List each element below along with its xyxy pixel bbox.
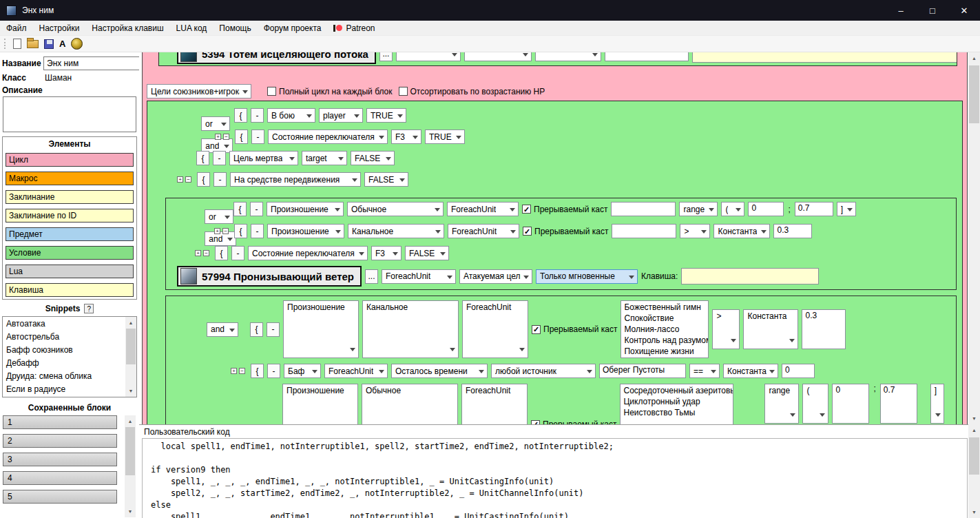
menu-lua-code[interactable]: LUA код: [170, 21, 213, 35]
brace-button[interactable]: {: [233, 202, 247, 216]
menu-help[interactable]: Помощь: [213, 21, 257, 35]
cast-filter-select[interactable]: Только мгновенные: [536, 269, 638, 284]
brace-button[interactable]: {: [196, 151, 209, 165]
brace-button[interactable]: {: [250, 322, 263, 337]
scrollbar-thumb[interactable]: [126, 329, 136, 364]
user-code-textbox[interactable]: local spell1, endTime1, notInterruptible…: [142, 438, 968, 518]
snippet-item[interactable]: Автострельба: [3, 331, 124, 344]
menu-forum[interactable]: Форум проекта: [258, 21, 328, 35]
remove-button[interactable]: -: [267, 322, 280, 337]
remove-button[interactable]: -: [213, 151, 226, 165]
bracket-close-select[interactable]: ]: [837, 202, 856, 216]
description-input[interactable]: [3, 96, 136, 132]
snippets-scrollbar[interactable]: ▲ ▼: [125, 317, 136, 397]
new-file-icon[interactable]: [13, 39, 21, 49]
bracket-open-select[interactable]: (: [802, 384, 828, 424]
element-cycle[interactable]: Цикл: [6, 153, 134, 167]
bracket-open-select[interactable]: (: [721, 202, 744, 216]
operator-select[interactable]: ==: [689, 364, 720, 378]
buff-name-input[interactable]: Оберег Пустоты: [599, 364, 686, 378]
key-input[interactable]: [681, 268, 819, 284]
remove-button[interactable]: -: [231, 246, 244, 260]
interruptible-checkbox[interactable]: ✓ Прерываемый каст: [531, 419, 616, 424]
unit-select[interactable]: player: [319, 108, 363, 123]
element-condition[interactable]: Условие: [6, 246, 134, 260]
key-input[interactable]: [692, 52, 957, 63]
unit-select[interactable]: ForeachUnit: [448, 224, 519, 238]
collapse-icon[interactable]: −: [222, 228, 229, 234]
tree-node[interactable]: +−: [215, 134, 231, 140]
spell-listbox[interactable]: Сосредоточенный азеритовый луч Циклотрон…: [620, 384, 733, 424]
spell-button[interactable]: 57994 Пронизывающий ветер: [177, 266, 362, 287]
snippets-help-button[interactable]: ?: [84, 304, 94, 313]
condition-type-select[interactable]: Произношение: [267, 202, 344, 216]
saved-block-1[interactable]: 1: [3, 415, 117, 429]
bracket-close-select[interactable]: ]: [930, 384, 944, 424]
constant-input[interactable]: 0: [782, 364, 815, 378]
interruptible-checkbox[interactable]: ✓ Прерываемый каст: [522, 205, 607, 214]
more-button[interactable]: ...: [379, 52, 393, 61]
constant-select[interactable]: Константа: [723, 364, 778, 378]
condition-type-select[interactable]: В бою: [267, 108, 315, 123]
scroll-up-icon[interactable]: ▲: [968, 424, 980, 436]
logic-and-select[interactable]: and: [207, 322, 238, 337]
font-a-button[interactable]: A: [59, 39, 65, 49]
constant-select[interactable]: Константа: [713, 224, 770, 238]
wow-icon[interactable]: [71, 38, 83, 50]
save-icon[interactable]: [44, 39, 54, 49]
unit-select[interactable]: ForeachUnit: [324, 364, 388, 378]
interruptible-checkbox[interactable]: ✓ Прерываемый каст: [523, 227, 608, 236]
menu-keybinds[interactable]: Настройка клавиш: [85, 21, 169, 35]
condition-type-select[interactable]: На средстве передвижения: [230, 172, 361, 187]
range-max-input[interactable]: 0.7: [880, 384, 917, 424]
value-input[interactable]: [611, 202, 676, 216]
close-button[interactable]: ✕: [948, 0, 980, 21]
compare-mode-select[interactable]: range: [679, 202, 718, 216]
collapse-icon[interactable]: −: [239, 368, 245, 374]
range-min-input[interactable]: 0: [748, 202, 784, 216]
condition-type-select[interactable]: Баф: [284, 364, 321, 378]
bool-select[interactable]: FALSE: [405, 246, 449, 260]
scroll-down-icon[interactable]: ▼: [125, 506, 136, 517]
maximize-button[interactable]: □: [917, 0, 948, 21]
remove-button[interactable]: -: [213, 172, 227, 187]
remove-button[interactable]: -: [251, 130, 264, 144]
scroll-up-icon[interactable]: ▲: [968, 52, 980, 64]
menu-patreon[interactable]: Patreon: [327, 21, 381, 35]
brace-button[interactable]: {: [234, 224, 247, 238]
saved-block-2[interactable]: 2: [3, 434, 117, 448]
unit-select[interactable]: target: [302, 151, 347, 165]
spell-button[interactable]: 5394 Тотем исцеляющего потока: [177, 52, 376, 64]
spell-list-item[interactable]: Неистовство Тьмы: [623, 407, 730, 418]
cast-kind-select[interactable]: Канальное: [362, 300, 459, 358]
snippet-item[interactable]: Бафф союзников: [3, 344, 124, 357]
collapse-icon[interactable]: −: [223, 134, 229, 140]
operator-select[interactable]: >: [680, 224, 710, 238]
expand-icon[interactable]: +: [231, 368, 237, 374]
scrollbar-thumb[interactable]: [969, 65, 979, 123]
remove-button[interactable]: -: [251, 108, 264, 123]
brace-button[interactable]: {: [197, 172, 210, 187]
compare-mode-select[interactable]: range: [764, 384, 799, 424]
saved-block-3[interactable]: 3: [3, 453, 117, 466]
menu-file[interactable]: Файл: [0, 21, 33, 35]
source-select[interactable]: любой источник: [491, 364, 596, 378]
condition-type-select[interactable]: Цель мертва: [229, 151, 298, 165]
saved-blocks-scrollbar[interactable]: ▲ ▼: [125, 415, 136, 517]
remove-button[interactable]: -: [250, 202, 263, 216]
cast-type-select[interactable]: [535, 52, 601, 61]
brace-button[interactable]: {: [215, 246, 228, 260]
snippet-item[interactable]: Автоатака: [3, 318, 124, 331]
condition-type-select[interactable]: Произношение: [282, 384, 358, 424]
minimize-button[interactable]: –: [885, 0, 917, 21]
tree-node[interactable]: +−: [177, 176, 194, 183]
collapse-icon[interactable]: −: [185, 176, 191, 183]
spell-listbox[interactable]: Божественный гимн Спокойствие Молния-лас…: [621, 300, 709, 358]
remove-button[interactable]: -: [251, 224, 264, 238]
bool-select[interactable]: FALSE: [364, 172, 408, 187]
scroll-up-icon[interactable]: ▲: [125, 317, 136, 329]
menu-settings[interactable]: Настройки: [33, 21, 86, 35]
element-lua[interactable]: Lua: [6, 265, 134, 278]
condition-type-select[interactable]: Произношение: [267, 224, 344, 238]
scrollbar-thumb[interactable]: [969, 437, 979, 475]
